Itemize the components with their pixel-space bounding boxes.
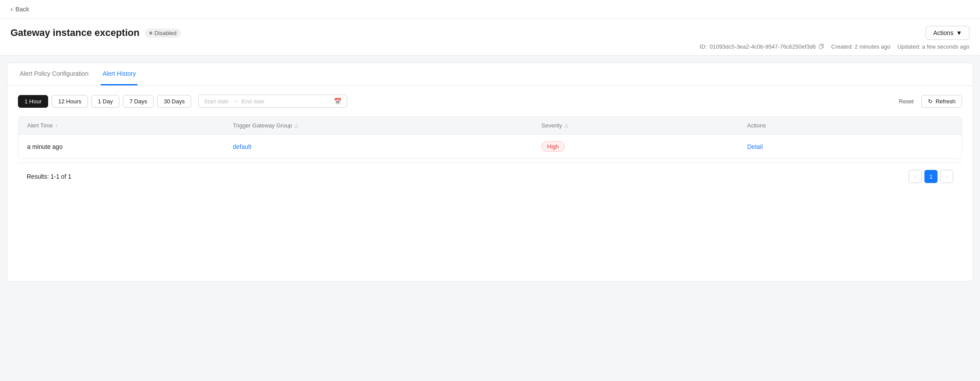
back-button[interactable]: ‹ Back	[11, 5, 29, 13]
cell-alert-time: a minute ago	[27, 143, 233, 150]
date-arrow-icon: →	[232, 98, 238, 105]
end-date-placeholder: End date	[242, 98, 264, 105]
detail-link[interactable]: Detail	[747, 143, 763, 150]
cell-gateway-group: default	[233, 143, 541, 150]
meta-row: ID: 01093dc5-3ea2-4c0b-9547-76c6250ef3d6…	[11, 43, 969, 50]
time-btn-7days[interactable]: 7 Days	[123, 95, 154, 108]
back-label: Back	[15, 6, 29, 13]
time-btn-30days[interactable]: 30 Days	[157, 95, 191, 108]
filter-icon-severity[interactable]: △	[565, 123, 568, 128]
chevron-left-icon: ‹	[914, 173, 916, 180]
header-left: Gateway instance exception Disabled	[11, 27, 181, 39]
filter-icon-gateway[interactable]: △	[295, 123, 298, 128]
col-alert-time: Alert Time ↕	[27, 122, 233, 129]
chevron-down-icon: ▼	[956, 29, 962, 36]
top-nav: ‹ Back	[0, 0, 980, 19]
status-dot	[149, 32, 152, 35]
tab-content: 1 Hour 12 Hours 1 Day 7 Days 30 Days Sta…	[7, 86, 973, 199]
header-row: Gateway instance exception Disabled Acti…	[11, 26, 969, 40]
filter-row: 1 Hour 12 Hours 1 Day 7 Days 30 Days Sta…	[18, 95, 962, 108]
tabs: Alert Policy Configuration Alert History	[7, 63, 973, 86]
id-value: 01093dc5-3ea2-4c0b-9547-76c6250ef3d6	[710, 43, 816, 50]
cell-severity: High	[541, 141, 747, 152]
results-label: Results:	[27, 173, 49, 180]
created-timestamp: Created: 2 minutes ago	[831, 43, 890, 50]
results-info: Results: 1-1 of 1	[27, 173, 71, 180]
tab-alert-policy-configuration[interactable]: Alert Policy Configuration	[18, 63, 90, 85]
page-title: Gateway instance exception	[11, 27, 140, 39]
actions-button[interactable]: Actions ▼	[926, 26, 969, 40]
id-label: ID:	[700, 43, 707, 50]
prev-page-button[interactable]: ‹	[909, 170, 922, 183]
refresh-icon: ↻	[928, 98, 933, 105]
reset-button[interactable]: Reset	[895, 95, 918, 107]
refresh-button[interactable]: ↻ Refresh	[921, 95, 962, 108]
tab-alert-history[interactable]: Alert History	[101, 63, 137, 85]
severity-badge-high: High	[541, 141, 565, 152]
col-severity: Severity △	[541, 122, 747, 129]
pagination-row: Results: 1-1 of 1 ‹ 1 ›	[18, 162, 962, 190]
calendar-icon: 📅	[334, 98, 341, 105]
page-number: 1	[929, 173, 932, 180]
sort-icon[interactable]: ↕	[56, 123, 58, 128]
date-range-picker[interactable]: Start date → End date 📅	[198, 95, 347, 108]
pagination-controls: ‹ 1 ›	[909, 170, 953, 183]
back-arrow-icon: ‹	[11, 5, 13, 13]
status-label: Disabled	[155, 30, 177, 36]
status-badge: Disabled	[145, 28, 181, 38]
copy-icon[interactable]: 🗍	[818, 43, 824, 50]
id-section: ID: 01093dc5-3ea2-4c0b-9547-76c6250ef3d6…	[700, 43, 825, 50]
header-section: Gateway instance exception Disabled Acti…	[0, 19, 980, 56]
cell-action: Detail	[747, 143, 953, 150]
time-btn-1hour[interactable]: 1 Hour	[18, 95, 48, 108]
gateway-group-link[interactable]: default	[233, 143, 251, 150]
alert-history-table: Alert Time ↕ Trigger Gateway Group △ Sev…	[18, 116, 962, 159]
time-btn-1day[interactable]: 1 Day	[91, 95, 119, 108]
start-date-placeholder: Start date	[204, 98, 228, 105]
next-page-button[interactable]: ›	[940, 170, 953, 183]
results-range: 1-1 of 1	[50, 173, 71, 180]
updated-timestamp: Updated: a few seconds ago	[897, 43, 969, 50]
col-trigger-gateway-group: Trigger Gateway Group △	[233, 122, 541, 129]
chevron-right-icon: ›	[946, 173, 948, 180]
col-actions: Actions	[747, 122, 953, 129]
actions-label: Actions	[933, 29, 953, 36]
table-row: a minute ago default High Detail	[18, 134, 962, 159]
page-1-button[interactable]: 1	[924, 170, 938, 183]
table-header: Alert Time ↕ Trigger Gateway Group △ Sev…	[18, 117, 962, 134]
main-content: Alert Policy Configuration Alert History…	[7, 63, 973, 282]
time-btn-12hours[interactable]: 12 Hours	[52, 95, 88, 108]
